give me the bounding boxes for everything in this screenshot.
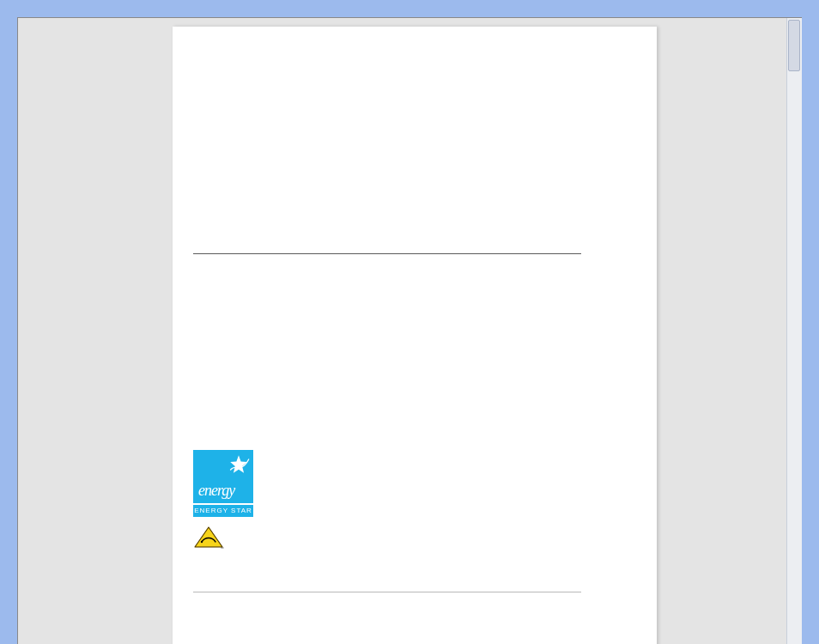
energy-star-logo-top: energy <box>193 450 253 503</box>
svg-point-0 <box>201 541 203 543</box>
vertical-scrollbar-track[interactable] <box>786 18 802 644</box>
viewer-canvas: energy ENERGY STAR <box>20 27 784 644</box>
horizontal-rule <box>193 592 581 592</box>
svg-point-1 <box>221 547 224 549</box>
document-viewer-frame: energy ENERGY STAR <box>17 17 802 644</box>
star-icon <box>228 453 250 476</box>
energy-star-logo: energy ENERGY STAR <box>193 450 253 517</box>
horizontal-rule <box>193 253 581 254</box>
energy-star-script: energy <box>198 482 234 500</box>
warning-icon <box>193 526 224 549</box>
energy-star-label: ENERGY STAR <box>193 505 253 517</box>
document-page: energy ENERGY STAR <box>173 27 657 644</box>
vertical-scrollbar-thumb[interactable] <box>788 20 800 71</box>
